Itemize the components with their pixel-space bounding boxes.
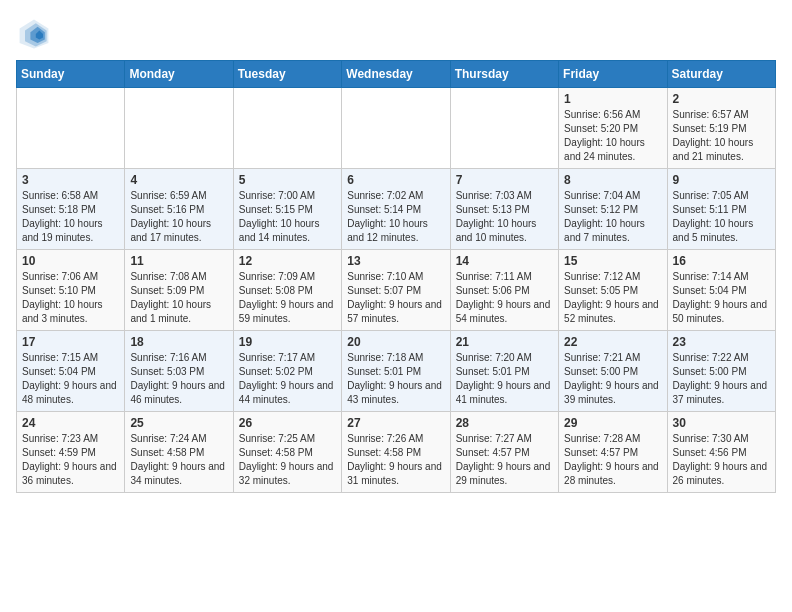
calendar-cell: 2Sunrise: 6:57 AM Sunset: 5:19 PM Daylig… <box>667 88 775 169</box>
day-info: Sunrise: 7:09 AM Sunset: 5:08 PM Dayligh… <box>239 270 336 326</box>
day-info: Sunrise: 7:23 AM Sunset: 4:59 PM Dayligh… <box>22 432 119 488</box>
calendar-week-4: 24Sunrise: 7:23 AM Sunset: 4:59 PM Dayli… <box>17 412 776 493</box>
day-number: 19 <box>239 335 336 349</box>
day-number: 8 <box>564 173 661 187</box>
calendar-cell <box>233 88 341 169</box>
calendar-cell: 24Sunrise: 7:23 AM Sunset: 4:59 PM Dayli… <box>17 412 125 493</box>
weekday-header-thursday: Thursday <box>450 61 558 88</box>
calendar-cell: 28Sunrise: 7:27 AM Sunset: 4:57 PM Dayli… <box>450 412 558 493</box>
day-number: 5 <box>239 173 336 187</box>
day-info: Sunrise: 7:05 AM Sunset: 5:11 PM Dayligh… <box>673 189 770 245</box>
weekday-header-wednesday: Wednesday <box>342 61 450 88</box>
calendar-cell: 9Sunrise: 7:05 AM Sunset: 5:11 PM Daylig… <box>667 169 775 250</box>
day-info: Sunrise: 7:25 AM Sunset: 4:58 PM Dayligh… <box>239 432 336 488</box>
calendar-cell: 22Sunrise: 7:21 AM Sunset: 5:00 PM Dayli… <box>559 331 667 412</box>
day-number: 15 <box>564 254 661 268</box>
day-number: 14 <box>456 254 553 268</box>
day-number: 20 <box>347 335 444 349</box>
calendar-cell: 14Sunrise: 7:11 AM Sunset: 5:06 PM Dayli… <box>450 250 558 331</box>
day-info: Sunrise: 7:26 AM Sunset: 4:58 PM Dayligh… <box>347 432 444 488</box>
day-number: 10 <box>22 254 119 268</box>
day-number: 16 <box>673 254 770 268</box>
calendar-cell: 3Sunrise: 6:58 AM Sunset: 5:18 PM Daylig… <box>17 169 125 250</box>
weekday-header-saturday: Saturday <box>667 61 775 88</box>
day-number: 28 <box>456 416 553 430</box>
day-number: 11 <box>130 254 227 268</box>
day-info: Sunrise: 7:20 AM Sunset: 5:01 PM Dayligh… <box>456 351 553 407</box>
day-info: Sunrise: 7:04 AM Sunset: 5:12 PM Dayligh… <box>564 189 661 245</box>
calendar-cell: 20Sunrise: 7:18 AM Sunset: 5:01 PM Dayli… <box>342 331 450 412</box>
day-number: 2 <box>673 92 770 106</box>
weekday-header-row: SundayMondayTuesdayWednesdayThursdayFrid… <box>17 61 776 88</box>
calendar-week-1: 3Sunrise: 6:58 AM Sunset: 5:18 PM Daylig… <box>17 169 776 250</box>
day-info: Sunrise: 7:30 AM Sunset: 4:56 PM Dayligh… <box>673 432 770 488</box>
calendar-cell: 1Sunrise: 6:56 AM Sunset: 5:20 PM Daylig… <box>559 88 667 169</box>
day-number: 21 <box>456 335 553 349</box>
day-number: 26 <box>239 416 336 430</box>
day-info: Sunrise: 7:14 AM Sunset: 5:04 PM Dayligh… <box>673 270 770 326</box>
calendar-cell: 6Sunrise: 7:02 AM Sunset: 5:14 PM Daylig… <box>342 169 450 250</box>
day-info: Sunrise: 7:18 AM Sunset: 5:01 PM Dayligh… <box>347 351 444 407</box>
day-info: Sunrise: 7:17 AM Sunset: 5:02 PM Dayligh… <box>239 351 336 407</box>
day-info: Sunrise: 6:56 AM Sunset: 5:20 PM Dayligh… <box>564 108 661 164</box>
day-info: Sunrise: 7:00 AM Sunset: 5:15 PM Dayligh… <box>239 189 336 245</box>
calendar-cell: 18Sunrise: 7:16 AM Sunset: 5:03 PM Dayli… <box>125 331 233 412</box>
day-number: 29 <box>564 416 661 430</box>
day-info: Sunrise: 6:59 AM Sunset: 5:16 PM Dayligh… <box>130 189 227 245</box>
weekday-header-sunday: Sunday <box>17 61 125 88</box>
calendar-cell <box>342 88 450 169</box>
calendar-cell: 4Sunrise: 6:59 AM Sunset: 5:16 PM Daylig… <box>125 169 233 250</box>
day-info: Sunrise: 7:21 AM Sunset: 5:00 PM Dayligh… <box>564 351 661 407</box>
day-info: Sunrise: 7:27 AM Sunset: 4:57 PM Dayligh… <box>456 432 553 488</box>
day-number: 1 <box>564 92 661 106</box>
day-info: Sunrise: 6:58 AM Sunset: 5:18 PM Dayligh… <box>22 189 119 245</box>
day-number: 9 <box>673 173 770 187</box>
logo <box>16 16 56 52</box>
logo-icon <box>16 16 52 52</box>
day-number: 23 <box>673 335 770 349</box>
day-info: Sunrise: 7:11 AM Sunset: 5:06 PM Dayligh… <box>456 270 553 326</box>
day-number: 18 <box>130 335 227 349</box>
day-info: Sunrise: 7:22 AM Sunset: 5:00 PM Dayligh… <box>673 351 770 407</box>
calendar-cell: 25Sunrise: 7:24 AM Sunset: 4:58 PM Dayli… <box>125 412 233 493</box>
day-info: Sunrise: 7:24 AM Sunset: 4:58 PM Dayligh… <box>130 432 227 488</box>
calendar-week-0: 1Sunrise: 6:56 AM Sunset: 5:20 PM Daylig… <box>17 88 776 169</box>
day-number: 6 <box>347 173 444 187</box>
day-number: 13 <box>347 254 444 268</box>
day-info: Sunrise: 7:12 AM Sunset: 5:05 PM Dayligh… <box>564 270 661 326</box>
calendar-cell: 5Sunrise: 7:00 AM Sunset: 5:15 PM Daylig… <box>233 169 341 250</box>
day-info: Sunrise: 7:06 AM Sunset: 5:10 PM Dayligh… <box>22 270 119 326</box>
weekday-header-friday: Friday <box>559 61 667 88</box>
calendar-cell: 19Sunrise: 7:17 AM Sunset: 5:02 PM Dayli… <box>233 331 341 412</box>
weekday-header-tuesday: Tuesday <box>233 61 341 88</box>
day-number: 30 <box>673 416 770 430</box>
calendar-cell <box>17 88 125 169</box>
calendar-week-2: 10Sunrise: 7:06 AM Sunset: 5:10 PM Dayli… <box>17 250 776 331</box>
calendar-cell: 27Sunrise: 7:26 AM Sunset: 4:58 PM Dayli… <box>342 412 450 493</box>
calendar-cell: 15Sunrise: 7:12 AM Sunset: 5:05 PM Dayli… <box>559 250 667 331</box>
calendar-cell: 8Sunrise: 7:04 AM Sunset: 5:12 PM Daylig… <box>559 169 667 250</box>
calendar-cell: 21Sunrise: 7:20 AM Sunset: 5:01 PM Dayli… <box>450 331 558 412</box>
day-info: Sunrise: 7:03 AM Sunset: 5:13 PM Dayligh… <box>456 189 553 245</box>
day-number: 3 <box>22 173 119 187</box>
day-number: 12 <box>239 254 336 268</box>
day-info: Sunrise: 6:57 AM Sunset: 5:19 PM Dayligh… <box>673 108 770 164</box>
calendar-table: SundayMondayTuesdayWednesdayThursdayFrid… <box>16 60 776 493</box>
day-info: Sunrise: 7:15 AM Sunset: 5:04 PM Dayligh… <box>22 351 119 407</box>
day-info: Sunrise: 7:08 AM Sunset: 5:09 PM Dayligh… <box>130 270 227 326</box>
day-number: 4 <box>130 173 227 187</box>
calendar-cell: 13Sunrise: 7:10 AM Sunset: 5:07 PM Dayli… <box>342 250 450 331</box>
calendar-cell: 26Sunrise: 7:25 AM Sunset: 4:58 PM Dayli… <box>233 412 341 493</box>
day-number: 7 <box>456 173 553 187</box>
calendar-cell: 16Sunrise: 7:14 AM Sunset: 5:04 PM Dayli… <box>667 250 775 331</box>
day-number: 24 <box>22 416 119 430</box>
calendar-cell: 17Sunrise: 7:15 AM Sunset: 5:04 PM Dayli… <box>17 331 125 412</box>
calendar-cell <box>450 88 558 169</box>
weekday-header-monday: Monday <box>125 61 233 88</box>
day-number: 17 <box>22 335 119 349</box>
day-info: Sunrise: 7:02 AM Sunset: 5:14 PM Dayligh… <box>347 189 444 245</box>
day-info: Sunrise: 7:16 AM Sunset: 5:03 PM Dayligh… <box>130 351 227 407</box>
calendar-cell: 23Sunrise: 7:22 AM Sunset: 5:00 PM Dayli… <box>667 331 775 412</box>
calendar-cell: 10Sunrise: 7:06 AM Sunset: 5:10 PM Dayli… <box>17 250 125 331</box>
day-number: 27 <box>347 416 444 430</box>
